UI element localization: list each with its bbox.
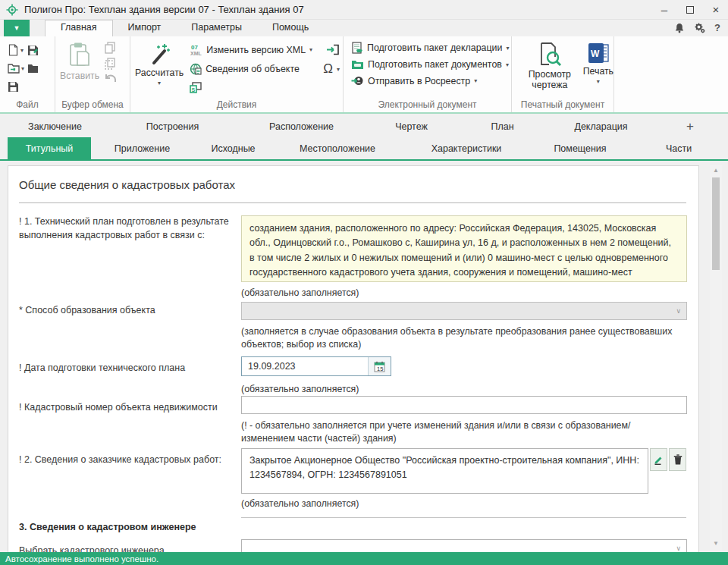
calendar-picker-button[interactable]: 15 bbox=[368, 357, 391, 375]
add-tab-plus-button[interactable]: + bbox=[652, 119, 728, 134]
paste-button[interactable]: Вставить bbox=[60, 39, 99, 85]
edit-customer-button[interactable] bbox=[650, 448, 667, 471]
tab-mestopolozhenie[interactable]: Местоположение bbox=[273, 137, 402, 159]
status-bar: Автосохранение выполнено успешно. bbox=[0, 552, 728, 565]
copy-icon[interactable] bbox=[104, 42, 117, 54]
section3-title: 3. Сведения о кадастровом инженере bbox=[19, 522, 196, 532]
open-file-button[interactable]: ▾ bbox=[8, 63, 27, 74]
chevron-down-icon: ▾ bbox=[158, 80, 161, 86]
chevron-down-icon: ▾ bbox=[597, 78, 600, 85]
ribbon-group-label: Действия bbox=[130, 99, 343, 110]
close-folder-button[interactable] bbox=[27, 64, 44, 74]
tab-chasti[interactable]: Части bbox=[629, 137, 728, 159]
edit-pencil-icon bbox=[654, 455, 664, 465]
scroll-down-arrow[interactable]: ▼ bbox=[710, 538, 722, 549]
app-menu-button[interactable]: ▼ bbox=[4, 20, 30, 36]
prepare-documents-label: Подготовить пакет документов bbox=[368, 59, 502, 70]
cascade-windows-button[interactable]: S bbox=[190, 82, 340, 93]
field-hint: (обязательно заполняется) bbox=[241, 287, 673, 300]
settings-gear-icon[interactable] bbox=[694, 23, 705, 33]
customer-info-textarea[interactable]: Закрытое Акционерное Общество "Российска… bbox=[241, 448, 648, 494]
menubar: ▼ Главная Импорт Параметры Помощь ? bbox=[0, 20, 728, 36]
tab-postroeniya[interactable]: Построения bbox=[110, 121, 235, 132]
undo-icon[interactable] bbox=[104, 74, 117, 85]
field-label-tech-plan-reason: ! 1. Технический план подготовлен в резу… bbox=[19, 215, 237, 242]
svg-text:07: 07 bbox=[191, 44, 198, 51]
prepare-documents-package-button[interactable]: Подготовить пакет документов ▾ bbox=[351, 59, 511, 70]
ribbon-group-print: Просмотр чертежа W Печать ▾ Печатный док… bbox=[512, 36, 614, 112]
chevron-down-icon: ∨ bbox=[676, 545, 681, 552]
paste-clipboard-icon bbox=[67, 42, 92, 69]
prepare-declaration-label: Подготовить пакет декларации bbox=[367, 42, 502, 53]
tab-titulnyy[interactable]: Титульный bbox=[8, 137, 91, 159]
vertical-scrollbar[interactable]: ▲ ▼ bbox=[710, 165, 722, 551]
tab-raspolozhenie[interactable]: Расположение bbox=[235, 121, 368, 132]
change-xml-version-button[interactable]: 07 XML Изменить версию XML ▾ bbox=[190, 43, 340, 56]
scroll-up-arrow[interactable]: ▲ bbox=[710, 165, 722, 176]
magic-wand-icon bbox=[148, 42, 171, 66]
import-arrow-icon[interactable] bbox=[326, 44, 340, 55]
field-hint: (обязательно заполняется) bbox=[241, 383, 673, 396]
menu-tab-glavnaya[interactable]: Главная bbox=[45, 20, 113, 36]
document-tabs-row1: Заключение Построения Расположение Черте… bbox=[0, 115, 728, 137]
prepare-declaration-package-button[interactable]: Подготовить пакет декларации ▾ bbox=[351, 42, 511, 54]
save-as-button[interactable] bbox=[27, 45, 44, 56]
section-divider bbox=[241, 517, 686, 518]
prep-date-input[interactable] bbox=[242, 357, 368, 375]
chevron-down-icon: ▾ bbox=[337, 66, 340, 73]
app-logo-icon bbox=[6, 4, 18, 16]
calculate-button[interactable]: Рассчитать ▾ bbox=[135, 39, 184, 93]
menu-tab-parametry[interactable]: Параметры bbox=[176, 20, 257, 36]
tab-kharakteristiki[interactable]: Характеристики bbox=[402, 137, 531, 159]
tech-plan-reason-textarea[interactable]: созданием здания, расположенного по адре… bbox=[241, 215, 687, 282]
help-icon[interactable]: ? bbox=[714, 22, 720, 33]
tab-plan[interactable]: План bbox=[455, 121, 550, 132]
tab-chertezh[interactable]: Чертеж bbox=[368, 121, 455, 132]
field-label-prep-date: ! Дата подготовки технического плана bbox=[19, 361, 237, 375]
new-document-button[interactable]: ▾ bbox=[8, 44, 27, 56]
notifications-bell-icon[interactable] bbox=[674, 23, 685, 33]
delete-customer-button[interactable] bbox=[669, 448, 686, 471]
close-button[interactable]: × bbox=[708, 1, 723, 19]
document-tabs-row2: Титульный Приложение Исходные Местополож… bbox=[0, 137, 728, 161]
calendar-icon: 15 bbox=[374, 361, 385, 372]
print-button[interactable]: W Печать ▾ bbox=[583, 39, 613, 90]
declaration-package-icon bbox=[351, 42, 363, 54]
field-hint: (! - обязательно заполняется при учете и… bbox=[241, 419, 673, 446]
drawing-preview-button[interactable]: Просмотр чертежа bbox=[522, 39, 577, 90]
tab-zaklyuchenie[interactable]: Заключение bbox=[0, 121, 110, 132]
formation-method-select[interactable]: ∨ bbox=[241, 302, 687, 320]
ribbon-group-label: Печатный документ bbox=[512, 99, 613, 110]
chevron-down-icon: ▾ bbox=[309, 46, 312, 53]
window-title: Полигон Про: Техплан здания версии 07 - … bbox=[24, 4, 304, 15]
maximize-button[interactable] bbox=[682, 1, 698, 19]
ribbon: ▾ ▾ Файл bbox=[0, 36, 728, 114]
section-divider bbox=[19, 202, 686, 203]
object-info-button[interactable]: Сведения об объекте Ω ▾ bbox=[190, 61, 340, 77]
menu-tab-import[interactable]: Импорт bbox=[113, 20, 177, 36]
minimize-button[interactable]: – bbox=[657, 1, 672, 19]
paste-special-icon[interactable] bbox=[104, 58, 117, 70]
paste-button-label: Вставить bbox=[60, 71, 99, 81]
trash-icon bbox=[673, 454, 682, 465]
chevron-down-icon: ▾ bbox=[474, 77, 477, 84]
chevron-down-icon: ▾ bbox=[506, 45, 509, 52]
documents-package-icon bbox=[351, 59, 364, 70]
menu-tab-pomosch[interactable]: Помощь bbox=[257, 20, 324, 36]
tab-pomescheniya[interactable]: Помещения bbox=[531, 137, 629, 159]
save-button[interactable] bbox=[8, 81, 27, 93]
scrollbar-thumb[interactable] bbox=[712, 177, 720, 270]
field-label-formation-method: * Способ образования объекта bbox=[19, 303, 237, 317]
chevron-down-icon: ▾ bbox=[20, 47, 24, 54]
send-rosreestr-label: Отправить в Росреестр bbox=[368, 76, 470, 86]
svg-text:W: W bbox=[591, 49, 600, 59]
ribbon-group-label: Буфер обмена bbox=[55, 99, 130, 110]
tab-deklaraciya[interactable]: Декларация bbox=[550, 121, 652, 132]
send-to-rosreestr-button[interactable]: Отправить в Росреестр ▾ bbox=[351, 75, 511, 86]
tab-iskhodnye[interactable]: Исходные bbox=[193, 137, 273, 159]
chevron-down-icon: ▾ bbox=[506, 61, 509, 68]
svg-text:S: S bbox=[192, 87, 196, 93]
tab-prilozhenie[interactable]: Приложение bbox=[91, 137, 193, 159]
cadastral-number-input[interactable] bbox=[241, 396, 687, 414]
omega-symbol-button[interactable]: Ω bbox=[323, 61, 333, 77]
